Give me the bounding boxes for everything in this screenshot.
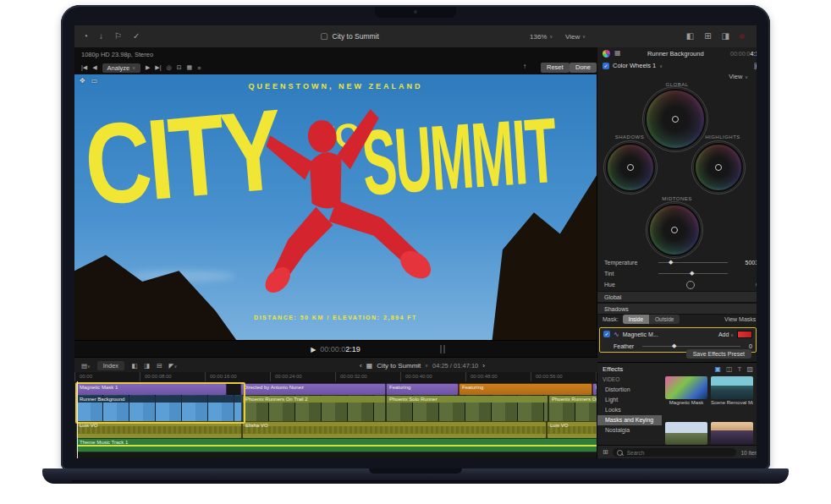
clip-label: Elisha VO <box>243 422 547 429</box>
timecode-value: 2:19 <box>345 345 360 353</box>
timeline-project-title[interactable]: City to Summit <box>377 362 421 370</box>
effects-category[interactable]: Distortion <box>597 385 662 395</box>
clip-label: Luis VO <box>548 422 597 429</box>
next-project-icon[interactable]: › <box>482 362 485 370</box>
prev-project-icon[interactable]: ‹ <box>360 362 362 370</box>
overlay-icon[interactable]: ⊡ <box>177 64 182 71</box>
effect-thumbnail[interactable] <box>711 376 753 399</box>
feather-label: Feather <box>614 343 634 349</box>
timeline-clip[interactable]: Theme Music Track 1 <box>76 438 597 452</box>
append-clip-icon[interactable]: ◧ <box>131 362 137 370</box>
magnetic-mask-icon: ∿ <box>614 331 619 338</box>
color-wheel-shadows[interactable] <box>606 143 655 192</box>
effects-category[interactable]: Nostalgia <box>597 425 662 436</box>
timeline-playhead-time: 04:25 / 01:47:10 <box>432 362 478 370</box>
effect-thumbnail[interactable] <box>665 376 707 399</box>
effect-enabled-checkbox[interactable]: ✓ <box>603 63 609 69</box>
effects-category[interactable]: Masks and Keying <box>597 415 662 425</box>
thumbnail-view-icon[interactable]: ⊞ <box>603 448 608 457</box>
timeline-layout-icon[interactable]: ⊞ <box>704 32 711 41</box>
overwrite-clip-icon[interactable]: ⊟ <box>157 362 162 370</box>
color-wheel-midtones[interactable] <box>648 204 701 256</box>
grid-icon[interactable]: ▦ <box>187 64 193 71</box>
effects-search-box[interactable] <box>613 448 737 457</box>
browser-layout-icon[interactable]: ◧ <box>686 32 694 41</box>
background-tasks-icon[interactable]: ◔ <box>83 32 88 41</box>
transform-tool-icon[interactable]: ✥ <box>80 77 85 85</box>
inspector-layout-icon[interactable]: ◨ <box>722 32 729 41</box>
color-wheel-global[interactable] <box>645 89 706 150</box>
save-effects-preset-button[interactable]: Save Effects Preset <box>686 349 751 359</box>
mask-enabled-checkbox[interactable]: ✓ <box>603 331 610 337</box>
wheels-view-menu[interactable]: View∨ <box>729 73 748 80</box>
analyze-button[interactable]: Analyze∨ <box>102 63 140 73</box>
poster-location-text: QUEENSTOWN, NEW ZEALAND <box>74 82 597 90</box>
frame-forward-icon[interactable]: ▶ <box>146 64 150 71</box>
timeline-clip[interactable]: Phoenix Runners On Trail 2 <box>242 395 386 422</box>
skip-back-icon[interactable]: |◀ <box>81 64 87 71</box>
viewer-info-bar: 1080p HD 23.98p, Stereo <box>74 47 603 61</box>
timeline-clip[interactable]: Featuring <box>592 383 597 396</box>
timeline-clip[interactable]: Phoenix Runners On Trail 2 <box>548 395 597 422</box>
tint-slider[interactable]: ◆ <box>658 273 728 274</box>
hue-dial[interactable] <box>658 280 728 288</box>
timeline-clip[interactable]: Featuring <box>386 383 459 396</box>
index-button[interactable]: Index <box>97 361 124 370</box>
zoom-menu[interactable]: 136%∨ <box>530 25 553 47</box>
done-button[interactable]: Done <box>570 63 597 73</box>
arrow-tool-icon[interactable]: ◤∨ <box>169 362 177 370</box>
skip-forward-icon[interactable]: ▶| <box>155 64 161 71</box>
timeline-clip[interactable]: Featuring <box>459 383 592 396</box>
effects-browser: Effects ▣ ◫ T ▨ ♪ VIDEODistortionLightLo… <box>597 362 757 458</box>
transitions-browser-icon[interactable]: ◫ <box>726 365 733 373</box>
play-icon[interactable]: ▶ <box>311 346 316 353</box>
temperature-slider[interactable]: ◆ <box>658 262 728 263</box>
clip-label: Theme Music Track 1 <box>77 439 597 446</box>
timeline-clip[interactable]: Phoenix Solo Runner <box>386 395 548 422</box>
clip-label: Phoenix Solo Runner <box>387 396 548 403</box>
search-input[interactable] <box>625 449 733 457</box>
timeline-clip[interactable]: Directed by Antonio Nunez <box>240 383 386 396</box>
effects-browser-icon[interactable]: ▣ <box>714 365 721 373</box>
mask-item-name[interactable]: Magnetic M... <box>623 331 658 337</box>
loop-icon[interactable]: ◎ <box>167 64 172 71</box>
timeline-playhead[interactable] <box>77 381 78 458</box>
keyword-icon[interactable]: ⚐ <box>114 32 122 41</box>
frame-back-icon[interactable]: ◀ <box>92 64 96 71</box>
mask-inside-button[interactable]: Inside <box>623 315 649 324</box>
viewer-canvas[interactable]: ✥ ▭ QUEENSTOWN, NEW ZEALAND CITY TO SUMM… <box>74 74 597 340</box>
import-icon[interactable]: ↓ <box>99 32 103 41</box>
effects-category[interactable]: Looks <box>597 405 662 415</box>
chevron-down-icon: ∨ <box>745 74 748 79</box>
video-inspector-icon[interactable]: ▦ <box>614 49 621 58</box>
poster-stats-text: DISTANCE: 50 KM / ELEVATION: 2,894 FT <box>74 315 597 320</box>
view-menu[interactable]: View∨ <box>565 25 586 47</box>
titles-browser-icon[interactable]: T <box>738 365 742 373</box>
mask-add-menu[interactable]: Add ∨ <box>718 331 734 337</box>
crop-tool-icon[interactable]: ▭ <box>91 77 98 85</box>
feather-slider[interactable]: ◆ <box>642 346 740 347</box>
timeline-clip[interactable]: Luis VO <box>76 421 242 439</box>
mask-inside-outside-segment[interactable]: Inside Outside <box>623 315 680 324</box>
task-complete-icon[interactable]: ✓ <box>133 32 140 41</box>
audio-meters <box>440 345 445 353</box>
mask-outside-button[interactable]: Outside <box>649 315 680 324</box>
share-icon[interactable]: ↑ <box>523 63 526 70</box>
effects-category[interactable]: Light <box>597 395 662 405</box>
section-global[interactable]: Global <box>597 291 757 303</box>
view-masks-menu[interactable]: View Masks∨ <box>724 316 757 322</box>
effect-thumbnail[interactable] <box>665 422 707 445</box>
effect-thumbnail[interactable] <box>711 422 753 445</box>
pane-toggle-icon[interactable]: ▤∨ <box>81 362 91 370</box>
effect-preset-icon[interactable]: ▣ <box>754 62 757 70</box>
reset-button[interactable]: Reset <box>541 63 570 73</box>
effect-name[interactable]: Color Wheels 1 <box>613 62 656 69</box>
color-inspector-icon[interactable] <box>603 50 610 58</box>
color-wheel-highlights[interactable] <box>694 143 743 192</box>
list-icon[interactable]: ≡ <box>197 65 201 71</box>
photos-browser-icon[interactable]: ▨ <box>746 365 753 373</box>
timeline-clip[interactable]: Luis VO <box>547 421 597 439</box>
mask-color-swatch[interactable] <box>737 331 752 338</box>
timeline-clip[interactable]: Elisha VO <box>242 421 547 439</box>
insert-clip-icon[interactable]: ◨ <box>144 362 150 370</box>
